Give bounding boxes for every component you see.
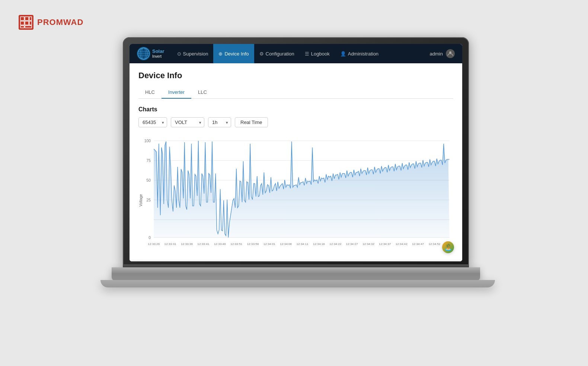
promwad-logo-icon [19, 15, 33, 30]
svg-text:12:33:46: 12:33:46 [214, 242, 226, 246]
svg-text:12:34:42: 12:34:42 [396, 242, 408, 246]
chart-container: 100 75 50 25 0 Voltage [138, 133, 453, 252]
laptop-screen: Solar Invert ⊙ Supervision ⊕ Device Info [130, 44, 462, 261]
svg-text:Voltage: Voltage [139, 194, 143, 207]
svg-text:25: 25 [147, 198, 151, 202]
island-badge: 🏝️ [442, 241, 454, 253]
brand-top: Solar [152, 49, 164, 54]
nav-supervision[interactable]: ⊙ Supervision [172, 44, 214, 63]
svg-text:12:34:52: 12:34:52 [428, 242, 441, 246]
svg-text:12:33:41: 12:33:41 [197, 242, 210, 246]
nav-right: admin [430, 49, 455, 58]
laptop-base [112, 267, 480, 280]
device-info-icon: ⊕ [218, 51, 223, 57]
svg-rect-0 [19, 15, 33, 30]
svg-text:12:34:22: 12:34:22 [329, 242, 342, 246]
svg-text:12:34:47: 12:34:47 [412, 242, 424, 246]
administration-icon: 👤 [340, 51, 346, 57]
realtime-button[interactable]: Real Time [235, 117, 268, 127]
page-title: Device Info [138, 71, 453, 80]
solar-invert-logo [137, 47, 150, 60]
svg-text:12:33:36: 12:33:36 [181, 242, 193, 246]
tab-llc[interactable]: LLC [191, 86, 214, 99]
supervision-icon: ⊙ [177, 51, 181, 57]
svg-text:12:34:27: 12:34:27 [346, 242, 358, 246]
svg-text:12:33:26: 12:33:26 [148, 242, 160, 246]
svg-text:12:34:06: 12:34:06 [280, 242, 292, 246]
nav-configuration[interactable]: ⚙ Configuration [254, 44, 300, 63]
time-select[interactable]: 1h 6h 24h [208, 117, 231, 127]
brand-bottom: Invert [152, 54, 164, 58]
svg-text:12:33:31: 12:33:31 [164, 242, 177, 246]
svg-text:12:34:37: 12:34:37 [379, 242, 391, 246]
laptop-lid: Solar Invert ⊙ Supervision ⊕ Device Info [123, 37, 469, 268]
svg-text:12:34:11: 12:34:11 [297, 242, 309, 246]
type-select[interactable]: VOLT CURR POWER [171, 117, 204, 127]
nav-items: ⊙ Supervision ⊕ Device Info ⚙ Configurat… [172, 44, 430, 63]
tab-hlc[interactable]: HLC [138, 86, 162, 99]
svg-text:12:34:32: 12:34:32 [362, 242, 375, 246]
svg-text:100: 100 [144, 139, 151, 143]
nav-device-info-label: Device Info [224, 51, 249, 57]
nav-logbook-label: Logbook [311, 51, 330, 57]
laptop-base-bottom [100, 280, 495, 287]
admin-label: admin [430, 51, 443, 57]
laptop-device: Solar Invert ⊙ Supervision ⊕ Device Info [123, 37, 480, 335]
svg-text:12:34:01: 12:34:01 [263, 242, 276, 246]
svg-text:12:33:56: 12:33:56 [247, 242, 259, 246]
nav-device-info[interactable]: ⊕ Device Info [213, 44, 254, 63]
svg-text:75: 75 [147, 159, 151, 163]
device-select-wrapper: 65435 [138, 117, 167, 127]
promwad-label: PROMWAD [37, 17, 83, 27]
configuration-icon: ⚙ [259, 51, 264, 57]
svg-text:0: 0 [148, 236, 151, 240]
charts-section-title: Charts [138, 106, 453, 113]
svg-text:12:33:51: 12:33:51 [230, 242, 243, 246]
chart-svg: 100 75 50 25 0 Voltage [138, 133, 453, 252]
brand-logo: Solar Invert [137, 47, 164, 60]
admin-avatar[interactable] [446, 49, 455, 58]
tab-inverter[interactable]: Inverter [162, 86, 191, 99]
brand-name-block: Solar Invert [152, 49, 164, 58]
nav-logbook[interactable]: ☰ Logbook [300, 44, 335, 63]
app-footer: © 2025 SolarInvert GmbH All rights reser… [130, 260, 462, 261]
svg-text:50: 50 [147, 178, 151, 182]
nav-supervision-label: Supervision [183, 51, 208, 57]
svg-text:12:34:16: 12:34:16 [313, 242, 325, 246]
nav-administration-label: Administration [348, 51, 378, 57]
chart-controls: 65435 VOLT CURR POWER 1h 6h [138, 117, 453, 127]
time-select-wrapper: 1h 6h 24h [208, 117, 231, 127]
main-content: Device Info HLC Inverter LLC Charts [130, 63, 462, 260]
logbook-icon: ☰ [305, 51, 309, 57]
type-select-wrapper: VOLT CURR POWER [171, 117, 204, 127]
promwad-header: PROMWAD [19, 15, 83, 30]
svg-point-16 [449, 51, 451, 54]
nav-configuration-label: Configuration [266, 51, 294, 57]
tabs-bar: HLC Inverter LLC [138, 86, 453, 99]
device-select[interactable]: 65435 [138, 117, 167, 127]
nav-administration[interactable]: 👤 Administration [335, 44, 384, 63]
navbar: Solar Invert ⊙ Supervision ⊕ Device Info [130, 44, 462, 63]
